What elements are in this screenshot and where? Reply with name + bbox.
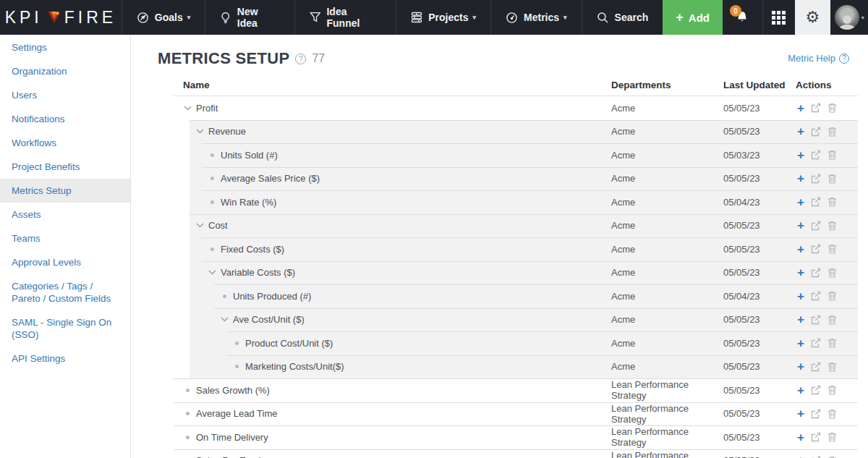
- table-row[interactable]: On Time Delivery Lean Performance Strate…: [174, 425, 858, 449]
- add-child-metric-button[interactable]: +: [797, 290, 804, 302]
- delete-metric-button[interactable]: [827, 244, 837, 254]
- chevron-down-icon[interactable]: [220, 317, 229, 322]
- delete-metric-button[interactable]: [827, 197, 837, 207]
- delete-metric-button[interactable]: [827, 127, 837, 137]
- delete-metric-button[interactable]: [827, 221, 837, 231]
- table-row[interactable]: Units Produced (#) Acme 05/04/23 +: [174, 284, 858, 308]
- nav-new-idea[interactable]: New Idea: [205, 0, 294, 35]
- edit-metric-button[interactable]: [811, 127, 821, 137]
- add-child-metric-button[interactable]: +: [797, 313, 804, 326]
- sidebar-item-assets[interactable]: Assets: [0, 203, 130, 226]
- delete-metric-button[interactable]: [827, 385, 837, 395]
- edit-icon: [811, 221, 821, 231]
- table-row[interactable]: Win Rate (%) Acme 05/04/23 +: [174, 190, 858, 214]
- metric-department: Acme: [611, 173, 723, 184]
- table-row[interactable]: Ave Cost/Unit ($) Acme 05/05/23 +: [174, 308, 858, 332]
- chevron-down-icon[interactable]: [195, 223, 204, 228]
- metric-name-cell: Product Cost/Unit ($): [174, 338, 611, 349]
- delete-metric-button[interactable]: [827, 432, 837, 442]
- user-menu[interactable]: ▾: [830, 0, 868, 35]
- table-row[interactable]: Average Sales Price ($) Acme 05/05/23 +: [174, 167, 858, 191]
- delete-metric-button[interactable]: [827, 409, 837, 419]
- nav-search[interactable]: Search: [582, 0, 663, 35]
- settings-gear-button[interactable]: ⚙: [795, 0, 831, 35]
- edit-metric-button[interactable]: [811, 150, 821, 160]
- edit-metric-button[interactable]: [811, 291, 821, 301]
- add-child-metric-button[interactable]: +: [797, 266, 804, 279]
- chevron-down-icon[interactable]: [195, 129, 204, 134]
- row-separator: [226, 355, 858, 356]
- add-button[interactable]: + Add: [663, 0, 723, 35]
- add-child-metric-button[interactable]: +: [797, 384, 804, 396]
- sidebar-item-workflows[interactable]: Workflows: [0, 131, 130, 155]
- sidebar-item-categories-tags-pareto-custom-fields[interactable]: Categories / Tags / Pareto / Custom Fiel…: [0, 274, 130, 310]
- edit-metric-button[interactable]: [811, 174, 821, 184]
- sidebar-item-teams[interactable]: Teams: [0, 226, 130, 250]
- table-row[interactable]: Fixed Costs ($) Acme 05/05/23 +: [174, 237, 858, 261]
- table-row[interactable]: Marketing Costs/Unit($) Acme 05/05/23 +: [174, 355, 858, 379]
- delete-metric-button[interactable]: [827, 150, 837, 160]
- table-row[interactable]: Variable Costs ($) Acme 05/05/23 +: [174, 261, 858, 285]
- table-row[interactable]: Product Cost/Unit ($) Acme 05/05/23 +: [174, 331, 858, 355]
- table-row[interactable]: Profit Acme 05/05/23 +: [174, 96, 858, 120]
- edit-metric-button[interactable]: [811, 338, 821, 348]
- edit-metric-button[interactable]: [811, 244, 821, 254]
- table-row[interactable]: Revenue Acme 05/05/23 +: [174, 120, 858, 144]
- edit-metric-button[interactable]: [811, 103, 821, 113]
- apps-grid-button[interactable]: [762, 0, 795, 35]
- delete-metric-button[interactable]: [827, 103, 837, 113]
- table-row[interactable]: Sales Per Employee Lean Performance Stra…: [174, 449, 858, 458]
- table-row[interactable]: Average Lead Time Lean Performance Strat…: [174, 402, 858, 426]
- edit-metric-button[interactable]: [811, 221, 821, 231]
- kpi-fire-logo[interactable]: KPI FIRE: [0, 0, 122, 35]
- edit-metric-button[interactable]: [811, 315, 821, 325]
- nav-goals[interactable]: Goals ▾: [122, 0, 205, 35]
- edit-metric-button[interactable]: [811, 409, 821, 419]
- delete-metric-button[interactable]: [827, 315, 837, 325]
- nav-metrics[interactable]: Metrics ▾: [490, 0, 582, 35]
- add-child-metric-button[interactable]: +: [797, 125, 804, 137]
- delete-metric-button[interactable]: [827, 338, 837, 348]
- add-child-metric-button[interactable]: +: [797, 102, 804, 114]
- table-row[interactable]: Units Sold (#) Acme 05/03/23 +: [174, 143, 858, 167]
- sidebar-item-saml-single-sign-on-sso[interactable]: SAML - Single Sign On (SSO): [0, 310, 130, 347]
- edit-metric-button[interactable]: [811, 385, 821, 395]
- sidebar-item-approval-levels[interactable]: Approval Levels: [0, 250, 130, 274]
- add-child-metric-button[interactable]: +: [797, 337, 804, 349]
- tree-icon: [208, 177, 216, 180]
- chevron-down-icon[interactable]: [208, 270, 216, 275]
- help-circle-icon[interactable]: ?: [295, 54, 306, 64]
- delete-metric-button[interactable]: [827, 268, 837, 278]
- delete-metric-button[interactable]: [827, 174, 837, 184]
- sidebar-item-organization[interactable]: Organization: [0, 59, 130, 83]
- table-row[interactable]: Sales Growth (%) Lean Performance Strate…: [174, 378, 858, 402]
- sidebar-item-users[interactable]: Users: [0, 83, 130, 107]
- delete-metric-button[interactable]: [827, 362, 837, 372]
- table-row[interactable]: Cost Acme 05/05/23 +: [174, 214, 858, 238]
- metric-help-link[interactable]: Metric Help ?: [788, 53, 849, 64]
- nav-projects[interactable]: Projects ▾: [396, 0, 490, 35]
- add-child-metric-button[interactable]: +: [797, 219, 804, 232]
- add-child-metric-button[interactable]: +: [797, 431, 804, 444]
- sidebar-item-settings[interactable]: Settings: [0, 35, 130, 59]
- add-child-metric-button[interactable]: +: [797, 172, 804, 185]
- notifications-bell-button[interactable]: 0: [723, 0, 762, 35]
- metric-last-updated: 05/05/23: [723, 103, 796, 114]
- edit-metric-button[interactable]: [811, 432, 821, 442]
- sidebar-item-metrics-setup[interactable]: Metrics Setup: [0, 179, 130, 203]
- add-child-metric-button[interactable]: +: [797, 360, 804, 373]
- sidebar-item-project-benefits[interactable]: Project Benefits: [0, 155, 130, 179]
- edit-metric-button[interactable]: [811, 197, 821, 207]
- add-child-metric-button[interactable]: +: [797, 149, 804, 161]
- edit-metric-button[interactable]: [811, 362, 821, 372]
- add-child-metric-button[interactable]: +: [797, 243, 804, 255]
- chevron-down-icon[interactable]: [183, 106, 192, 111]
- nav-idea-funnel[interactable]: Idea Funnel: [294, 0, 396, 35]
- delete-metric-button[interactable]: [827, 291, 837, 301]
- sidebar-item-notifications[interactable]: Notifications: [0, 107, 130, 131]
- sidebar-item-api-settings[interactable]: API Settings: [0, 347, 130, 370]
- edit-metric-button[interactable]: [811, 268, 821, 278]
- add-child-metric-button[interactable]: +: [797, 196, 804, 208]
- add-child-metric-button[interactable]: +: [797, 407, 804, 420]
- add-child-metric-button[interactable]: +: [797, 454, 804, 458]
